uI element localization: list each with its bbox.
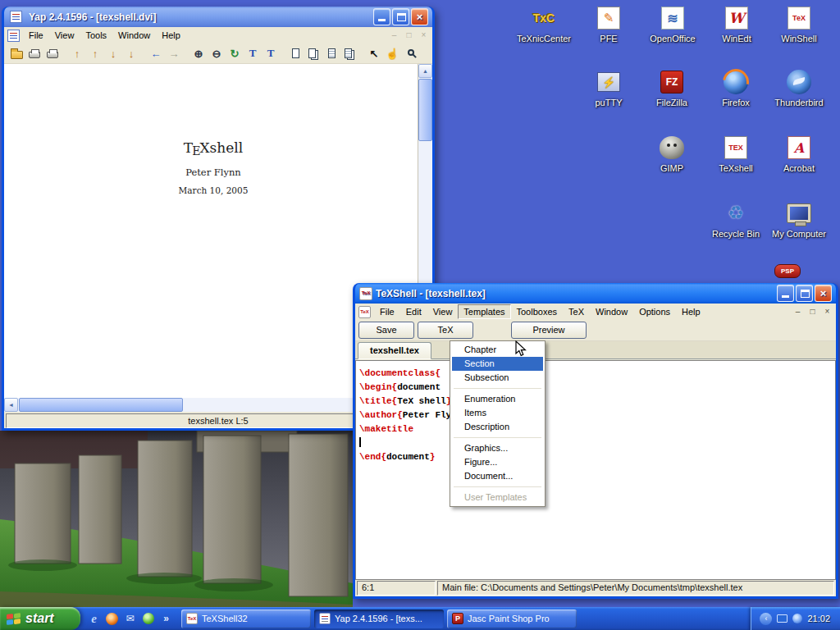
yap-menu-help[interactable]: Help [156, 28, 186, 43]
magnifier-tool-button[interactable] [401, 45, 419, 62]
hand-tool-button[interactable]: ☝ [383, 45, 401, 62]
quick-launch-chevron[interactable]: » [159, 612, 173, 626]
texshell-menu-edit[interactable]: Edit [400, 304, 427, 319]
save-button[interactable]: Save [358, 322, 414, 339]
tray-icon[interactable] [792, 614, 802, 623]
print-setup-button[interactable] [43, 45, 62, 62]
yap-maximize-button[interactable] [392, 8, 409, 25]
firefox-quicklaunch-icon[interactable] [105, 612, 119, 626]
desktop-icon-pfe[interactable]: ✎ PFE [577, 5, 641, 43]
desktop-icon-texniccenter[interactable]: TxC TeXnicCenter [512, 5, 576, 43]
taskbar: start e ✉ » TeXShell32 Yap 2.4.1596 - [t… [0, 607, 840, 630]
refresh-button[interactable]: ↻ [226, 45, 244, 62]
mail-icon[interactable]: ✉ [123, 612, 137, 626]
continuous-button[interactable] [322, 45, 340, 62]
tray-chevron-icon[interactable]: ‹ [760, 613, 772, 625]
task-button-texshell[interactable]: TeXShell32 [181, 609, 311, 628]
back-button[interactable]: ← [147, 45, 165, 62]
menu-item-chapter[interactable]: Chapter [452, 343, 543, 357]
task-button-paint-shop-pro[interactable]: Jasc Paint Shop Pro [447, 609, 577, 628]
forward-button[interactable]: → [165, 45, 183, 62]
texshell-minimize-button[interactable] [777, 285, 794, 302]
zoom-out-button[interactable]: ⊖ [208, 45, 226, 62]
menu-item-graphics[interactable]: Graphics... [452, 441, 543, 455]
desktop-icon-recycle-bin[interactable]: ♻ Recycle Bin [704, 200, 768, 239]
menu-item-section[interactable]: Section [452, 357, 543, 371]
desktop-icon-firefox[interactable]: Firefox [704, 69, 768, 107]
yap-minimize-button[interactable] [373, 8, 390, 25]
zoom-in-button[interactable]: ⊕ [189, 45, 208, 62]
texshell-toolbar: Save TeX Preview [355, 320, 836, 341]
horizontal-scroll-thumb[interactable] [19, 398, 183, 412]
texshell-mdi-restore-button[interactable]: □ [806, 306, 819, 318]
print-button[interactable] [25, 45, 43, 62]
find-text-button[interactable]: T [244, 45, 262, 62]
menu-item-items[interactable]: Items [452, 406, 543, 420]
first-page-button[interactable]: ↑ [68, 45, 86, 62]
scroll-left-button[interactable]: ◄ [4, 398, 18, 412]
yap-menu-window[interactable]: Window [112, 28, 156, 43]
scroll-up-button[interactable]: ▲ [418, 64, 432, 78]
desktop-icon-thunderbird[interactable]: Thunderbird [767, 69, 831, 107]
texshell-close-button[interactable]: × [815, 285, 832, 302]
yap-mdi-restore-button[interactable]: □ [402, 30, 416, 42]
green-orb-icon[interactable] [141, 612, 155, 626]
preview-button[interactable]: Preview [511, 322, 587, 339]
network-tray-icon[interactable] [777, 614, 788, 623]
yap-close-button[interactable]: × [411, 8, 428, 25]
open-button[interactable] [7, 45, 25, 62]
desktop-icon-my-computer[interactable]: My Computer [767, 200, 831, 239]
system-tray: ‹ 21:02 [751, 607, 840, 630]
desktop-icon-winedt[interactable]: W WinEdt [705, 5, 769, 43]
printer-icon [29, 52, 40, 58]
menu-item-subsection[interactable]: Subsection [452, 371, 543, 385]
start-button[interactable]: start [0, 607, 80, 630]
last-page-button[interactable]: ↓ [122, 45, 140, 62]
desktop-icon-gimp[interactable]: GIMP [640, 135, 704, 173]
internet-explorer-icon[interactable]: e [87, 612, 101, 626]
yap-menu-tools[interactable]: Tools [80, 28, 112, 43]
next-page-button[interactable]: ↓ [104, 45, 122, 62]
texshell-menu-options[interactable]: Options [633, 304, 676, 319]
texshell-menu-window[interactable]: Window [590, 304, 633, 319]
prev-page-button[interactable]: ↑ [86, 45, 104, 62]
desktop-icon-filezilla[interactable]: FZ FileZilla [640, 69, 704, 107]
texshell-window-title: TeXShell - [texshell.tex] [376, 288, 774, 299]
texshell-menu-help[interactable]: Help [676, 304, 706, 319]
desktop-icon-acrobat[interactable]: A Acrobat [767, 135, 831, 173]
texshell-mdi-close-button[interactable]: × [820, 306, 834, 318]
texshell-menu-file[interactable]: File [374, 304, 400, 319]
texshell-titlebar[interactable]: TeXShell - [texshell.tex] × [355, 283, 836, 304]
yap-mdi-minimize-button[interactable]: – [387, 30, 401, 42]
desktop-icon-psp[interactable]: PSP [771, 264, 804, 278]
menu-item-enumeration[interactable]: Enumeration [452, 392, 543, 406]
task-button-yap[interactable]: Yap 2.4.1596 - [texs... [314, 609, 444, 628]
continuous-facing-button[interactable] [340, 45, 358, 62]
tex-document-icon [358, 306, 371, 318]
yap-menu-file[interactable]: File [23, 28, 49, 43]
yap-mdi-close-button[interactable]: × [417, 30, 431, 42]
desktop-icon-texshell[interactable]: TEX TeXshell [704, 135, 768, 173]
desktop-icon-openoffice[interactable]: ≋ OpenOffice [641, 5, 705, 43]
texshell-menu-view[interactable]: View [427, 304, 459, 319]
tab-texshell-tex[interactable]: texshell.tex [358, 342, 431, 359]
yap-titlebar[interactable]: Yap 2.4.1596 - [texshell.dvi] × [4, 7, 432, 27]
menu-item-figure[interactable]: Figure... [452, 455, 543, 469]
desktop-icon-putty[interactable]: ⚡ puTTY [577, 69, 641, 107]
select-tool-button[interactable]: ↖ [365, 45, 383, 62]
yap-menu-view[interactable]: View [49, 28, 80, 43]
texshell-menu-templates[interactable]: Templates [458, 304, 510, 319]
tex-button[interactable]: TeX [418, 322, 473, 339]
menu-item-description[interactable]: Description [452, 420, 543, 434]
text-select-button[interactable]: T [262, 45, 280, 62]
two-pages-button[interactable] [304, 45, 322, 62]
vertical-scroll-thumb[interactable] [418, 79, 432, 141]
desktop-icon-winshell[interactable]: TeX WinShell [767, 5, 831, 43]
menu-item-document[interactable]: Document... [452, 469, 543, 483]
texshell-maximize-button[interactable] [796, 285, 813, 302]
texshell-menu-toolboxes[interactable]: Toolboxes [511, 304, 564, 319]
texshell-menu-tex[interactable]: TeX [563, 304, 590, 319]
texshell-mdi-minimize-button[interactable]: – [791, 306, 805, 318]
single-page-button[interactable] [286, 45, 304, 62]
editor[interactable]: \documentclass{ \begin{document \title{T… [355, 360, 836, 580]
